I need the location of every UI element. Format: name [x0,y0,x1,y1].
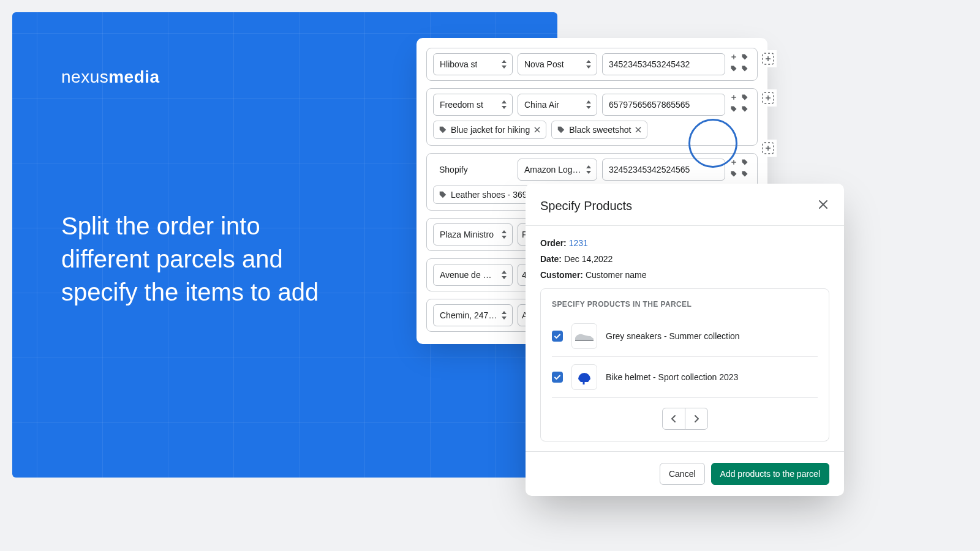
product-row: Grey sneakers - Summer collection [552,316,818,357]
customer-value: Customer name [586,270,647,280]
tag-icon [741,170,748,178]
tag-text: Black sweetshot [569,125,631,135]
address-label: Freedom st [440,100,483,110]
add-parcel-button[interactable] [760,140,777,157]
plus-icon [730,94,737,101]
tag-icon [741,53,748,61]
carrier-label: Amazon Logistics [524,165,582,174]
dashed-add-icon [762,142,774,154]
product-name: Bike helmet - Sport collection 2023 [606,372,738,382]
date-meta: Date: Dec 14,2022 [540,254,829,264]
close-icon [817,198,829,211]
address-label: Avenue de Rena.. [440,270,497,280]
tracking-value: 65797565657865565 [609,100,690,110]
order-label: Order: [540,238,567,248]
carrier-label: China Air [524,100,559,110]
sort-icon [501,311,507,320]
tag-text: Leather shoes - 3696 [451,190,532,200]
sort-icon [586,100,592,109]
add-parcel-button[interactable] [760,89,777,107]
tag-row: Blue jacket for hiking Black sweetshot [427,121,757,145]
product-name: Grey sneakers - Summer collection [606,331,740,341]
address-label: Plaza Ministro [440,230,494,239]
tracking-value: 32452345342524565 [609,165,690,174]
sort-icon [501,60,507,69]
remove-tag-icon[interactable] [533,126,541,133]
chevron-left-icon [671,414,677,423]
remove-tag-icon[interactable] [635,126,642,133]
sort-icon [501,271,507,279]
address-select[interactable]: Avenue de Rena.. [433,264,513,286]
customer-label: Customer: [540,270,583,280]
tag-icon [557,126,565,134]
tracking-value: 34523453453245432 [609,59,690,69]
address-select[interactable]: Plaza Ministro [433,223,513,246]
logo-light: nexus [61,67,108,86]
carrier-select[interactable]: Nova Post [518,53,597,75]
carrier-label: Nova Post [524,59,564,69]
address-label: Chemin, 24709 [440,310,497,320]
tag-icon [730,105,737,113]
status-icons[interactable] [730,53,751,75]
submit-label: Add products to the parcel [720,469,820,479]
tracking-input[interactable]: 32452345342524565 [602,159,725,181]
product-row: Bike helmet - Sport collection 2023 [552,357,818,398]
date-label: Date: [540,254,562,264]
plus-icon [730,53,737,61]
pagination [552,408,818,430]
customer-meta: Customer: Customer name [540,270,829,280]
sort-icon [586,60,592,69]
add-products-button[interactable]: Add products to the parcel [711,463,829,485]
prev-page-button[interactable] [662,408,685,430]
products-card: SPECIFY PRODUCTS IN THE PARCEL Grey snea… [540,288,829,441]
address-select[interactable]: Freedom st [433,94,513,116]
plus-icon [730,159,737,166]
add-parcel-button[interactable] [760,50,777,67]
tag-icon [741,65,748,72]
tag-icon [741,159,748,166]
address-static: Shopify [433,159,513,181]
sneaker-icon [574,329,595,343]
address-select[interactable]: Chemin, 24709 [433,304,513,326]
address-label: Hlibova st [440,59,477,69]
tag-icon [741,105,748,113]
order-link[interactable]: 1231 [569,238,588,248]
check-icon [554,332,561,340]
carrier-select[interactable]: China Air [518,94,597,116]
dashed-add-icon [762,53,774,65]
chevron-right-icon [693,414,699,423]
cancel-button[interactable]: Cancel [660,463,705,485]
tag-icon [730,170,737,178]
product-checkbox[interactable] [552,372,563,383]
sort-icon [501,230,507,239]
parcel-block: Hlibova st Nova Post 34523453453245432 [426,48,758,81]
modal-title: Specify Products [540,199,632,213]
tag-icon [741,94,748,101]
logo-bold: media [108,67,159,86]
date-value: Dec 14,2022 [564,254,612,264]
cancel-label: Cancel [669,469,696,479]
helmet-icon [575,368,594,386]
status-icons[interactable] [730,159,751,181]
address-select[interactable]: Hlibova st [433,53,513,75]
carrier-select[interactable]: Amazon Logistics [518,159,597,181]
product-tag: Blue jacket for hiking [433,121,546,139]
sort-icon [586,165,592,174]
product-thumbnail [571,364,597,390]
close-button[interactable] [817,198,829,213]
product-checkbox[interactable] [552,331,563,342]
parcel-block: Freedom st China Air 65797565657865565 B… [426,88,758,146]
next-page-button[interactable] [685,408,708,430]
order-meta: Order: 1231 [540,238,829,248]
tag-icon [730,65,737,72]
tag-icon [439,190,447,199]
product-thumbnail [571,323,597,349]
tracking-input[interactable]: 34523453453245432 [602,53,725,75]
tag-icon [439,126,447,134]
products-section-title: SPECIFY PRODUCTS IN THE PARCEL [552,300,818,309]
tag-text: Blue jacket for hiking [451,125,530,135]
status-icons[interactable] [730,94,751,116]
sort-icon [501,100,507,109]
tracking-input[interactable]: 65797565657865565 [602,94,725,116]
product-tag: Black sweetshot [551,121,647,139]
